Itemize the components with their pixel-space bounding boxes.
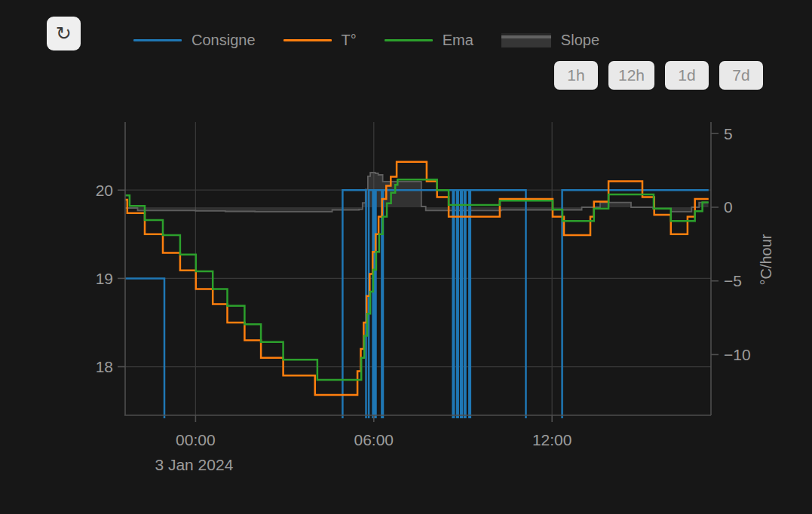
x-tick-label: 12:00	[532, 431, 572, 448]
y-right-axis-title: °C/hour	[758, 234, 774, 285]
y-left-tick-label: 19	[96, 270, 113, 287]
x-axis-date-label: 3 Jan 2024	[155, 456, 233, 473]
y-right-tick-label: 0	[724, 198, 733, 216]
x-tick-label: 00:00	[176, 431, 216, 448]
y-right-tick-label: −5	[724, 272, 742, 289]
dashboard: ↻ Consigne T° Ema Slope 1h 12h 1d 7d 201…	[0, 0, 812, 514]
series-slope	[125, 173, 709, 212]
x-tick-label: 06:00	[354, 431, 394, 448]
y-left-tick-label: 20	[96, 182, 113, 199]
y-left-tick-label: 18	[96, 358, 113, 375]
y-right-tick-label: 5	[724, 125, 733, 142]
temperature-chart[interactable]: 20191850−5−1000:0006:0012:003 Jan 2024°C…	[0, 0, 812, 514]
gridlines	[125, 122, 711, 415]
y-right-tick-label: −10	[724, 346, 751, 363]
series-consigne	[125, 190, 709, 437]
